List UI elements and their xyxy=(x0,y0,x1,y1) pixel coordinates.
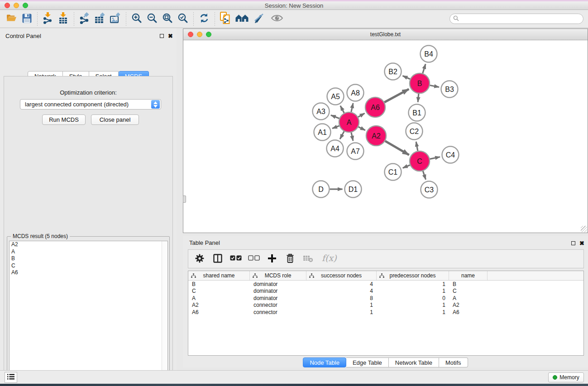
edge-A2-C[interactable] xyxy=(385,141,409,155)
result-list-item[interactable]: C xyxy=(10,262,167,270)
delete-columns-button[interactable] xyxy=(284,253,296,265)
table-toolbar: f(x) xyxy=(188,249,584,268)
edge-C-C1[interactable] xyxy=(403,165,410,168)
tab-motifs[interactable]: Motifs xyxy=(439,357,468,367)
edge-A-A4[interactable] xyxy=(340,131,344,139)
result-list-scrollbar[interactable] xyxy=(162,241,167,386)
result-list-item[interactable]: A2 xyxy=(10,241,167,248)
result-list-item[interactable]: A6 xyxy=(10,269,167,276)
mcds-tab-content: Optimization criterion: largest connecte… xyxy=(4,76,173,386)
node-label-B2: B2 xyxy=(388,68,397,76)
close-panel-icon[interactable]: ✖ xyxy=(168,33,173,39)
zoom-in-button[interactable] xyxy=(129,12,144,26)
column-header-mcds-role[interactable]: MCDS role xyxy=(250,271,306,280)
column-header-shared-name[interactable]: shared name xyxy=(188,271,250,280)
table-cell-predecessor-nodes: 1 xyxy=(377,302,449,308)
table-cell-name: B xyxy=(449,281,488,287)
export-table-button[interactable] xyxy=(92,12,108,26)
column-header-predecessor-nodes[interactable]: predecessor nodes xyxy=(377,271,449,280)
zoom-selected-icon xyxy=(177,13,189,25)
table-cell-successor-nodes: 4 xyxy=(306,288,377,294)
zoom-in-icon xyxy=(131,13,143,25)
memory-button[interactable]: Memory xyxy=(548,372,584,382)
search-input[interactable] xyxy=(461,15,583,23)
column-header-successor-nodes[interactable]: successor nodes xyxy=(306,271,377,280)
edge-A-A3[interactable] xyxy=(331,115,339,118)
edge-B-B2[interactable] xyxy=(403,76,410,79)
edge-C-C2[interactable] xyxy=(416,142,418,151)
edge-B-B1[interactable] xyxy=(418,94,419,102)
optimization-criterion-dropdown[interactable]: largest connected component (directed) xyxy=(20,99,161,110)
graphics-details-button[interactable] xyxy=(251,12,267,26)
save-session-button[interactable] xyxy=(19,12,34,26)
homes-icon xyxy=(235,13,249,24)
panel-divider-grip[interactable] xyxy=(183,195,186,203)
tab-edge-table[interactable]: Edge Table xyxy=(346,357,389,367)
open-session-button[interactable] xyxy=(4,12,19,26)
desktop-background xyxy=(0,384,588,386)
table-row[interactable]: A2connector11A2 xyxy=(188,302,583,309)
zoom-selected-button[interactable] xyxy=(175,12,191,26)
edge-C-C3[interactable] xyxy=(423,171,425,180)
node-label-A1: A1 xyxy=(318,129,327,136)
list-icon xyxy=(7,374,14,381)
zoom-out-button[interactable] xyxy=(144,12,160,26)
show-columns-button[interactable] xyxy=(212,253,224,265)
table-cell-mcds-role: connector xyxy=(250,302,306,308)
import-network-button[interactable] xyxy=(40,12,56,26)
result-list-item[interactable]: A xyxy=(10,248,167,256)
refresh-button[interactable] xyxy=(196,12,212,26)
float-panel-icon[interactable] xyxy=(160,34,164,38)
network-manager-button[interactable] xyxy=(218,12,233,26)
table-row[interactable]: Bdominator41B xyxy=(188,281,583,288)
clear-table-icon xyxy=(303,254,314,264)
import-table-button[interactable] xyxy=(56,12,71,26)
edge-A-A1[interactable] xyxy=(332,126,339,129)
export-network-button[interactable] xyxy=(77,12,92,26)
svg-text:f(x): f(x) xyxy=(322,253,337,263)
edge-A-A8[interactable] xyxy=(351,103,353,112)
refresh-icon xyxy=(199,13,210,25)
table-row[interactable]: Cdominator41C xyxy=(188,288,583,295)
table-cell-shared-name: A xyxy=(188,295,250,301)
result-list-item[interactable]: B xyxy=(10,255,167,262)
table-row[interactable]: A6connector11A6 xyxy=(188,309,583,316)
node-label-B1: B1 xyxy=(412,109,421,117)
edge-A6-B[interactable] xyxy=(384,89,409,102)
main-content: Control Panel ✖ NetworkStyleSelectMCDS O… xyxy=(0,28,588,370)
edge-A-A7[interactable] xyxy=(351,132,353,141)
edge-A-A2[interactable] xyxy=(359,127,365,130)
column-header-label: predecessor nodes xyxy=(389,272,435,279)
checked-boxes-icon xyxy=(230,255,242,262)
close-panel-button[interactable]: Close panel xyxy=(91,114,139,125)
edge-A-A5[interactable] xyxy=(340,106,344,113)
fit-content-button[interactable] xyxy=(160,12,175,26)
table-row[interactable]: Adominator80A xyxy=(188,295,583,302)
create-column-button[interactable] xyxy=(266,253,278,265)
control-panel-header: Control Panel ✖ xyxy=(0,31,177,41)
export-image-button[interactable] xyxy=(108,12,123,26)
home-view-button[interactable] xyxy=(233,12,251,26)
network-canvas[interactable]: B4B2BB3A8A5A6A3B1AA1C2A2A4A7C4CC1DD1C3 xyxy=(183,40,588,233)
table-cell-successor-nodes: 1 xyxy=(306,302,377,308)
edge-B-B4[interactable] xyxy=(423,64,425,73)
close-table-panel-icon[interactable]: ✖ xyxy=(579,240,584,246)
show-hide-button[interactable] xyxy=(269,12,285,26)
run-mcds-button[interactable]: Run MCDS xyxy=(42,114,86,125)
edge-B-B3[interactable] xyxy=(430,85,439,87)
window-resize-grip[interactable] xyxy=(581,226,587,232)
tab-network-table[interactable]: Network Table xyxy=(389,357,439,367)
table-settings-button[interactable] xyxy=(194,253,206,265)
select-all-button[interactable] xyxy=(230,253,242,265)
tab-node-table[interactable]: Node Table xyxy=(303,357,346,367)
network-window-titlebar: testGlobe.txt xyxy=(183,29,588,40)
deselect-all-button[interactable] xyxy=(248,253,260,265)
edge-C-C4[interactable] xyxy=(430,157,440,159)
column-header-name[interactable]: name xyxy=(449,271,488,280)
edge-A-A6[interactable] xyxy=(358,113,365,117)
table-cell-name: A xyxy=(449,295,488,301)
export-image-icon xyxy=(110,12,121,25)
task-history-button[interactable] xyxy=(5,372,17,383)
float-table-panel-icon[interactable] xyxy=(571,241,575,245)
memory-status-icon xyxy=(553,375,557,380)
